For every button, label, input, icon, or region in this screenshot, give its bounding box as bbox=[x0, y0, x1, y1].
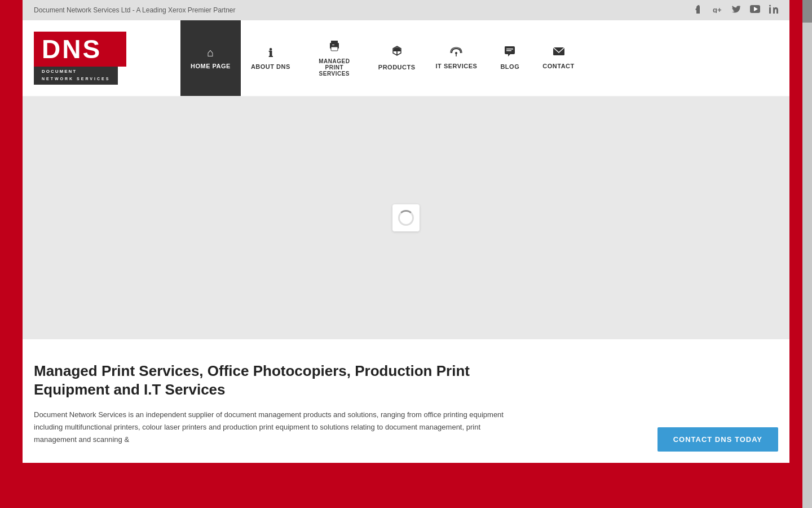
logo-area: DNS DOCUMENT NETWORK SERVICES bbox=[23, 20, 180, 96]
svg-point-5 bbox=[769, 5, 771, 7]
logo-line2: NETWORK SERVICES bbox=[42, 77, 110, 81]
svg-rect-4 bbox=[769, 7, 771, 14]
svg-rect-10 bbox=[332, 45, 334, 45]
twitter-icon[interactable] bbox=[732, 5, 741, 16]
nav-label-managed-print: MANAGED PRINT SERVICES bbox=[311, 58, 358, 77]
social-icons: g+ bbox=[695, 5, 778, 16]
nav-item-it-services[interactable]: IT SERVICES bbox=[426, 20, 488, 96]
nav-item-managed-print[interactable]: MANAGED PRINT SERVICES bbox=[301, 20, 368, 96]
dns-logo[interactable]: DNS DOCUMENT NETWORK SERVICES bbox=[34, 32, 126, 85]
content-section: Managed Print Services, Office Photocopi… bbox=[23, 339, 789, 463]
content-title: Managed Print Services, Office Photocopi… bbox=[34, 362, 541, 400]
linkedin-icon[interactable] bbox=[769, 5, 778, 16]
tagline: Document Network Services Ltd - A Leadin… bbox=[34, 6, 236, 14]
home-icon: ⌂ bbox=[207, 46, 214, 59]
logo-line1: DOCUMENT bbox=[42, 69, 77, 74]
spinner bbox=[398, 210, 414, 226]
nav-item-home[interactable]: ⌂ HOME PAGE bbox=[180, 20, 241, 96]
nav-label-products: PRODUCTS bbox=[378, 64, 416, 71]
nav-item-contact[interactable]: CONTACT bbox=[532, 20, 584, 96]
nav-label-it-services: IT SERVICES bbox=[436, 63, 478, 69]
facebook-icon[interactable] bbox=[695, 5, 704, 16]
google-plus-icon[interactable]: g+ bbox=[713, 5, 723, 15]
top-bar: Document Network Services Ltd - A Leadin… bbox=[23, 0, 789, 20]
print-icon bbox=[328, 40, 341, 55]
blog-icon bbox=[504, 46, 516, 60]
svg-text:g+: g+ bbox=[713, 6, 722, 13]
main-wrapper: Document Network Services Ltd - A Leadin… bbox=[23, 0, 789, 463]
hero-area bbox=[23, 97, 789, 339]
main-nav: ⌂ HOME PAGE ℹ ABOUT DNS MANAGED PR bbox=[180, 20, 789, 96]
products-icon bbox=[391, 45, 403, 60]
scrollbar-thumb[interactable] bbox=[802, 0, 812, 23]
nav-label-contact: CONTACT bbox=[542, 63, 574, 69]
contact-icon bbox=[553, 46, 565, 59]
scrollbar[interactable] bbox=[802, 0, 812, 508]
svg-marker-6 bbox=[109, 32, 121, 67]
nav-item-blog[interactable]: BLOG bbox=[487, 20, 532, 96]
svg-rect-15 bbox=[506, 50, 511, 51]
svg-rect-9 bbox=[331, 47, 338, 51]
logo-dns-text: DNS bbox=[42, 34, 102, 64]
header: DNS DOCUMENT NETWORK SERVICES bbox=[23, 20, 789, 97]
nav-item-about[interactable]: ℹ ABOUT DNS bbox=[241, 20, 301, 96]
svg-rect-8 bbox=[331, 41, 338, 43]
loading-spinner bbox=[392, 204, 420, 231]
it-services-icon bbox=[450, 46, 462, 59]
nav-label-blog: BLOG bbox=[500, 63, 519, 70]
svg-point-12 bbox=[455, 52, 457, 54]
nav-label-about: ABOUT DNS bbox=[251, 63, 290, 70]
nav-label-home: HOME PAGE bbox=[191, 63, 231, 69]
svg-rect-14 bbox=[506, 49, 513, 50]
about-icon: ℹ bbox=[268, 46, 273, 60]
youtube-icon[interactable] bbox=[750, 5, 760, 15]
nav-item-products[interactable]: PRODUCTS bbox=[368, 20, 426, 96]
contact-dns-button[interactable]: CONTACT DNS TODAY bbox=[657, 427, 778, 452]
content-body: Document Network Services is an independ… bbox=[34, 409, 519, 446]
